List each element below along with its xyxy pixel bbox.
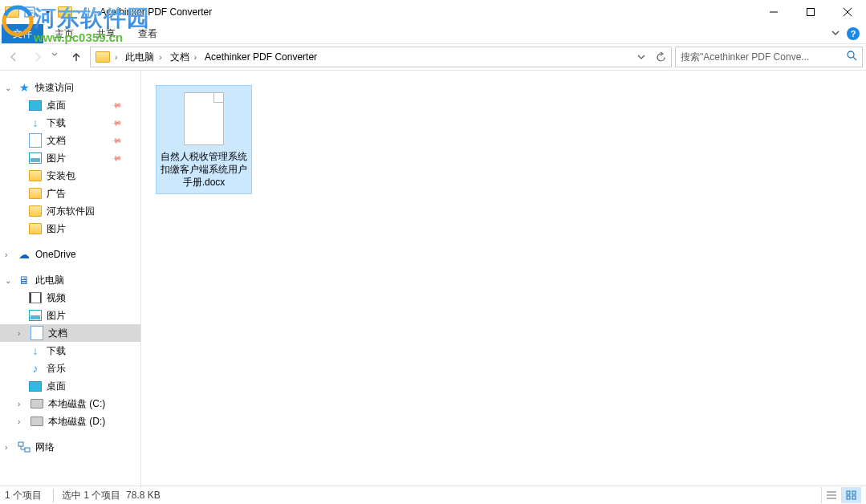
qat-folder-icon[interactable] [5,5,19,19]
star-icon: ★ [18,81,30,94]
crumb-current[interactable]: Acethinker PDF Converter [201,48,320,66]
tree-label: 图片 [47,152,66,165]
expander-icon[interactable]: › [5,443,13,452]
tree-label: 广告 [47,187,66,201]
tree-label: 桌面 [47,380,66,393]
file-item[interactable]: 自然人税收管理系统扣缴客户端系统用户手册.docx [156,85,252,194]
folder-icon [29,222,42,235]
tree-this-pc[interactable]: ⌄ 🖥 此电脑 [0,271,140,289]
tree-label: 文档 [47,134,66,148]
tree-pc-item[interactable]: ↓下载 [0,342,140,360]
tree-quick-item[interactable]: 文档📌 [0,132,140,149]
crumb-root-icon[interactable]: › [92,48,120,66]
search-input[interactable]: 搜索"Acethinker PDF Conve... [675,47,863,67]
tree-quick-item[interactable]: 图片 [0,220,140,238]
expander-icon[interactable]: ⌄ [5,83,13,92]
navigation-pane: ⌄ ★ 快速访问 桌面📌↓下载📌文档📌图片📌安装包广告河东软件园图片 › ☁ O… [0,71,141,488]
tree-pc-item[interactable]: ›文档 [0,324,140,342]
tree-label: 本地磁盘 (D:) [48,415,105,429]
qat-folder2-icon[interactable] [58,5,72,19]
tree-quick-item[interactable]: 安装包 [0,167,140,185]
help-icon[interactable]: ? [847,27,860,40]
svg-rect-2 [25,7,35,17]
tree-label: 图片 [47,309,66,323]
file-tab[interactable]: 文件 [2,24,43,43]
tree-label: 图片 [47,222,66,236]
minimize-button[interactable] [755,0,792,24]
expander-icon[interactable]: › [18,329,26,338]
tab-view[interactable]: 查看 [127,24,169,43]
tree-label: 本地磁盘 (C:) [48,397,105,411]
address-row: › 此电脑› 文档› Acethinker PDF Converter 搜索"A… [0,44,866,71]
svg-rect-6 [807,9,815,16]
maximize-button[interactable] [792,0,829,24]
expander-icon[interactable]: › [18,400,26,408]
tree-network[interactable]: › 网络 [0,438,140,456]
tree-pc-item[interactable]: ♪音乐 [0,360,140,377]
qat-overflow[interactable]: ▾ [40,5,55,19]
tab-home[interactable]: 主页 [43,24,85,43]
ribbon-tabs: 文件 主页 共享 查看 ? [0,24,866,44]
pin-icon: 📌 [111,152,123,165]
network-icon [18,441,30,453]
document-icon [30,327,43,339]
desktop-icon [29,380,42,392]
refresh-icon[interactable] [652,48,669,66]
svg-rect-13 [25,448,30,452]
tree-quick-item[interactable]: 广告 [0,185,140,202]
tree-pc-item[interactable]: ›本地磁盘 (C:) [0,395,140,413]
expander-icon[interactable]: › [5,250,13,259]
download-icon: ↓ [29,116,42,129]
tree-label: 河东软件园 [47,205,95,218]
file-name: 自然人税收管理系统扣缴客户端系统用户手册.docx [160,150,248,189]
tree-quick-item[interactable]: 河东软件园 [0,202,140,220]
tree-label: 文档 [48,327,67,340]
tree-label: 视频 [47,291,66,305]
video-icon [29,291,42,304]
address-bar[interactable]: › 此电脑› 文档› Acethinker PDF Converter [90,47,672,67]
svg-rect-21 [847,496,850,499]
address-dropdown-icon[interactable] [632,48,650,66]
nav-back-button[interactable] [3,47,24,67]
tree-onedrive[interactable]: › ☁ OneDrive [0,246,140,263]
tree-quick-item[interactable]: 图片📌 [0,149,140,167]
tree-pc-item[interactable]: 桌面 [0,377,140,395]
nav-forward-button[interactable] [27,47,48,67]
tree-pc-item[interactable]: 图片 [0,307,140,324]
svg-rect-22 [852,496,856,499]
folder-icon [29,169,42,182]
pin-icon: 📌 [111,100,123,112]
expander-icon[interactable]: › [18,417,26,426]
file-thumbnail-icon [184,92,224,145]
tab-share[interactable]: 共享 [85,24,127,43]
tree-label: 安装包 [47,169,75,183]
folder-icon [29,205,42,217]
nav-recent-button[interactable] [51,47,63,67]
close-button[interactable] [829,0,866,24]
qat-properties-icon[interactable] [22,5,37,19]
crumb-this-pc[interactable]: 此电脑› [122,48,165,66]
nav-up-button[interactable] [66,47,87,67]
svg-point-10 [848,51,854,58]
tree-pc-item[interactable]: ›本地磁盘 (D:) [0,413,140,430]
tree-quick-item[interactable]: 桌面📌 [0,96,140,114]
desktop-icon [29,99,42,112]
tree-pc-item[interactable]: 视频 [0,289,140,307]
tree-label: 桌面 [47,99,66,112]
expander-icon[interactable]: ⌄ [5,276,13,285]
tree-label: 此电脑 [35,274,64,287]
ribbon-expand-icon[interactable] [831,28,840,40]
pin-icon: 📌 [111,117,123,129]
view-details-button[interactable] [821,487,841,503]
status-bar: 1 个项目 选中 1 个项目 78.8 KB [0,486,866,504]
tree-quick-item[interactable]: ↓下载📌 [0,114,140,132]
view-icons-button[interactable] [841,487,861,503]
window-title: Acethinker PDF Converter [100,6,212,18]
status-selected: 选中 1 个项目 78.8 KB [53,489,161,502]
tree-label: 下载 [47,344,66,358]
picture-icon [29,152,42,165]
tree-quick-access[interactable]: ⌄ ★ 快速访问 [0,79,140,96]
file-list-area[interactable]: 自然人税收管理系统扣缴客户端系统用户手册.docx [141,71,866,488]
tree-label: 快速访问 [35,81,74,95]
crumb-documents[interactable]: 文档› [167,48,200,66]
